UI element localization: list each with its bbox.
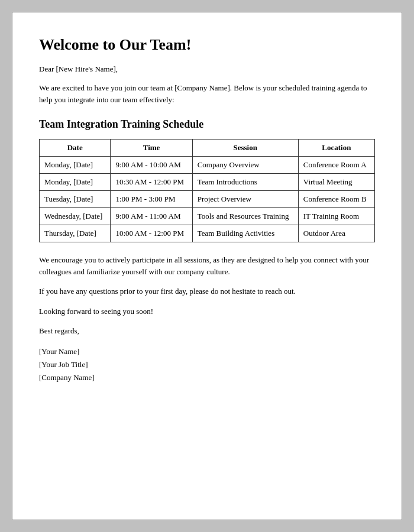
table-row: Monday, [Date]9:00 AM - 10:00 AMCompany …: [40, 157, 375, 174]
section-title: Team Integration Training Schedule: [39, 118, 375, 131]
page-title: Welcome to Our Team!: [39, 36, 375, 54]
col-header-session: Session: [192, 140, 298, 157]
signature-title: [Your Job Title]: [39, 358, 375, 371]
body-paragraph-2: If you have any questions prior to your …: [39, 286, 375, 297]
cell-location: Conference Room A: [298, 157, 374, 174]
table-row: Tuesday, [Date]1:00 PM - 3:00 PMProject …: [40, 191, 375, 208]
cell-location: Virtual Meeting: [298, 174, 374, 191]
col-header-time: Time: [111, 140, 192, 157]
cell-session: Team Introductions: [192, 174, 298, 191]
table-header-row: Date Time Session Location: [40, 140, 375, 157]
table-row: Thursday, [Date]10:00 AM - 12:00 PMTeam …: [40, 225, 375, 242]
cell-time: 9:00 AM - 11:00 AM: [111, 208, 192, 225]
cell-time: 1:00 PM - 3:00 PM: [111, 191, 192, 208]
cell-session: Company Overview: [192, 157, 298, 174]
col-header-location: Location: [298, 140, 374, 157]
signature-company: [Company Name]: [39, 371, 375, 384]
cell-time: 10:30 AM - 12:00 PM: [111, 174, 192, 191]
cell-location: Conference Room B: [298, 191, 374, 208]
salutation: Dear [New Hire's Name],: [39, 64, 375, 74]
cell-session: Tools and Resources Training: [192, 208, 298, 225]
cell-location: IT Training Room: [298, 208, 374, 225]
regards: Best regards,: [39, 325, 375, 337]
cell-time: 10:00 AM - 12:00 PM: [111, 225, 192, 242]
cell-session: Project Overview: [192, 191, 298, 208]
cell-date: Monday, [Date]: [40, 174, 111, 191]
intro-paragraph: We are excited to have you join our team…: [39, 82, 375, 105]
schedule-table: Date Time Session Location Monday, [Date…: [39, 139, 375, 242]
cell-date: Thursday, [Date]: [40, 225, 111, 242]
table-row: Monday, [Date]10:30 AM - 12:00 PMTeam In…: [40, 174, 375, 191]
document-page: Welcome to Our Team! Dear [New Hire's Na…: [12, 12, 402, 520]
closing-line: Looking forward to seeing you soon!: [39, 306, 375, 317]
cell-date: Tuesday, [Date]: [40, 191, 111, 208]
signature-block: [Your Name] [Your Job Title] [Company Na…: [39, 345, 375, 384]
col-header-date: Date: [40, 140, 111, 157]
cell-date: Wednesday, [Date]: [40, 208, 111, 225]
cell-location: Outdoor Area: [298, 225, 374, 242]
cell-session: Team Building Activities: [192, 225, 298, 242]
table-row: Wednesday, [Date]9:00 AM - 11:00 AMTools…: [40, 208, 375, 225]
body-paragraph-1: We encourage you to actively participate…: [39, 254, 375, 277]
cell-date: Monday, [Date]: [40, 157, 111, 174]
cell-time: 9:00 AM - 10:00 AM: [111, 157, 192, 174]
signature-name: [Your Name]: [39, 345, 375, 358]
